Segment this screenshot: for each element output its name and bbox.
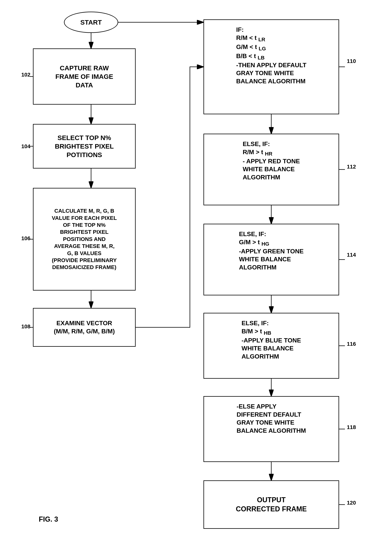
node-108: EXAMINE VECTOR(M/M, R/M, G/M, B/M) <box>33 308 136 347</box>
ref-114: 114 <box>347 252 356 258</box>
node-104: SELECT TOP N%BRIGHTEST PIXELPOTITIONS <box>33 124 136 169</box>
ref-116: 116 <box>347 341 356 347</box>
node-120: OUTPUTCORRECTED FRAME <box>203 480 339 529</box>
ref-102: 102 <box>21 72 30 78</box>
ref-106: 106 <box>21 235 30 241</box>
node-110-label: IF:R/M < t LRG/M < t LGB/B < t LB-THEN A… <box>236 26 307 85</box>
node-120-label: OUTPUTCORRECTED FRAME <box>236 495 307 514</box>
node-118: -ELSE APPLYDIFFERENT DEFAULTGRAY TONE WH… <box>203 396 339 462</box>
fig-label: FIG. 3 <box>39 515 58 523</box>
node-102-label: CAPTURE RAWFRAME OF IMAGEDATA <box>55 64 113 89</box>
diagram-container: START CAPTURE RAWFRAME OF IMAGEDATA SELE… <box>0 0 392 547</box>
node-110: IF:R/M < t LRG/M < t LGB/B < t LB-THEN A… <box>203 19 339 114</box>
ref-110: 110 <box>347 58 356 64</box>
node-114-label: ELSE, IF:G/M > t HG-APPLY GREEN TONEWHIT… <box>239 230 304 271</box>
node-106: CALCULATE M, R, G, BVALUE FOR EACH PIXEL… <box>33 188 136 291</box>
start-node: START <box>64 12 118 33</box>
ref-112: 112 <box>347 164 356 170</box>
node-116: ELSE, IF:B/M > t HB-APPLY BLUE TONEWHITE… <box>203 313 339 379</box>
node-114: ELSE, IF:G/M > t HG-APPLY GREEN TONEWHIT… <box>203 224 339 295</box>
node-108-label: EXAMINE VECTOR(M/M, R/M, G/M, B/M) <box>54 319 115 335</box>
node-102: CAPTURE RAWFRAME OF IMAGEDATA <box>33 48 136 105</box>
ref-118: 118 <box>347 424 356 431</box>
node-104-label: SELECT TOP N%BRIGHTEST PIXELPOTITIONS <box>55 133 114 159</box>
ref-108: 108 <box>21 323 30 330</box>
ref-120: 120 <box>347 500 356 506</box>
node-112-label: ELSE, IF:R/M > t HR- APPLY RED TONEWHITE… <box>243 140 300 181</box>
node-116-label: ELSE, IF:B/M > t HB-APPLY BLUE TONEWHITE… <box>241 319 301 361</box>
node-112: ELSE, IF:R/M > t HR- APPLY RED TONEWHITE… <box>203 134 339 205</box>
node-106-label: CALCULATE M, R, G, BVALUE FOR EACH PIXEL… <box>52 207 117 271</box>
ref-104: 104 <box>21 143 30 150</box>
node-118-label: -ELSE APPLYDIFFERENT DEFAULTGRAY TONE WH… <box>237 403 306 435</box>
start-label: START <box>80 18 102 27</box>
